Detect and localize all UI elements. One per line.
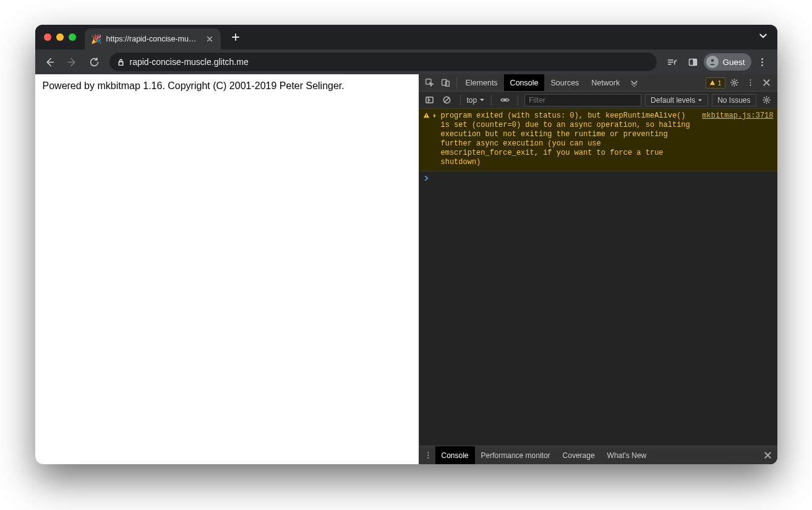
- svg-point-3: [761, 58, 763, 60]
- console-toolbar: top Default levels No Issues: [419, 92, 777, 109]
- console-sidebar-toggle-icon[interactable]: [423, 93, 437, 107]
- more-tabs-icon[interactable]: [626, 75, 642, 91]
- drawer-menu-icon[interactable]: [422, 449, 435, 462]
- drawer-close-icon[interactable]: [761, 449, 775, 462]
- tab-network[interactable]: Network: [585, 74, 626, 91]
- console-settings-icon[interactable]: [760, 93, 774, 107]
- console-filter-input[interactable]: [524, 94, 641, 106]
- svg-rect-18: [425, 116, 426, 117]
- devtools-panel: Elements Console Sources Network 1: [419, 74, 777, 464]
- warning-icon: [423, 112, 430, 121]
- tab-sources[interactable]: Sources: [544, 74, 585, 91]
- forward-button[interactable]: [62, 52, 82, 72]
- svg-point-4: [761, 61, 763, 63]
- devtools-drawer: Console Performance monitor Coverage Wha…: [419, 446, 777, 464]
- warning-count-badge[interactable]: 1: [706, 77, 725, 89]
- page-viewport: Powered by mkbitmap 1.16. Copyright (C) …: [35, 74, 419, 464]
- context-label: top: [467, 96, 477, 105]
- reload-button[interactable]: [85, 52, 105, 72]
- address-bar[interactable]: rapid-concise-muscle.glitch.me: [109, 53, 657, 71]
- profile-label: Guest: [722, 58, 745, 67]
- panel-toggle-icon[interactable]: [683, 52, 703, 72]
- svg-rect-1: [694, 59, 696, 64]
- context-selector[interactable]: top: [467, 96, 485, 105]
- svg-point-11: [750, 82, 751, 83]
- inspect-element-icon[interactable]: [422, 75, 438, 91]
- devtools-settings-icon[interactable]: [727, 75, 743, 91]
- browser-tab[interactable]: 🎉 https://rapid-concise-muscle.g: [85, 28, 221, 50]
- drawer-tab-whats-new[interactable]: What's New: [601, 446, 653, 464]
- media-controls-icon[interactable]: [662, 52, 682, 72]
- console-message-text: program exited (with status: 0), but kee…: [441, 111, 694, 167]
- svg-point-20: [427, 454, 429, 456]
- expand-icon[interactable]: [432, 112, 437, 121]
- console-message-source[interactable]: mkbitmap.js:3718: [697, 111, 773, 167]
- profile-button[interactable]: Guest: [704, 53, 751, 71]
- new-tab-button[interactable]: [227, 28, 244, 46]
- console-output[interactable]: program exited (with status: 0), but kee…: [419, 109, 777, 446]
- browser-menu-button[interactable]: [753, 52, 772, 72]
- drawer-tab-performance-monitor[interactable]: Performance monitor: [475, 446, 557, 464]
- drawer-tab-console[interactable]: Console: [435, 446, 475, 464]
- tab-favicon-icon: 🎉: [91, 34, 101, 44]
- svg-point-10: [750, 79, 751, 80]
- svg-rect-17: [425, 115, 426, 116]
- tab-search-button[interactable]: [759, 32, 767, 43]
- issues-label: No Issues: [717, 96, 750, 105]
- warning-count: 1: [717, 79, 721, 87]
- log-levels-selector[interactable]: Default levels: [645, 94, 708, 106]
- svg-point-5: [761, 64, 763, 66]
- live-expression-icon[interactable]: [498, 93, 511, 107]
- drawer-tab-coverage[interactable]: Coverage: [557, 446, 601, 464]
- content-area: Powered by mkbitmap 1.16. Copyright (C) …: [35, 74, 777, 464]
- svg-point-19: [427, 452, 429, 453]
- avatar-icon: [706, 56, 719, 68]
- svg-point-12: [750, 85, 751, 86]
- page-text: Powered by mkbitmap 1.16. Copyright (C) …: [43, 80, 411, 92]
- tab-console[interactable]: Console: [504, 74, 545, 91]
- toolbar: rapid-concise-muscle.glitch.me Guest: [35, 50, 777, 74]
- device-toolbar-icon[interactable]: [438, 75, 454, 91]
- svg-point-9: [733, 82, 736, 84]
- clear-console-icon[interactable]: [440, 93, 454, 107]
- devtools-tabstrip: Elements Console Sources Network 1: [419, 74, 777, 92]
- lock-icon: [117, 58, 125, 66]
- back-button[interactable]: [40, 52, 60, 72]
- tab-close-button[interactable]: [205, 34, 215, 44]
- log-levels-label: Default levels: [651, 96, 695, 105]
- svg-point-21: [427, 457, 429, 459]
- tab-title: https://rapid-concise-muscle.g: [106, 35, 200, 43]
- issues-button[interactable]: No Issues: [712, 94, 756, 106]
- titlebar: 🎉 https://rapid-concise-muscle.g: [35, 25, 777, 50]
- close-window-button[interactable]: [44, 33, 51, 41]
- browser-window: 🎉 https://rapid-concise-muscle.g: [35, 25, 777, 464]
- svg-point-16: [766, 99, 768, 102]
- console-message[interactable]: program exited (with status: 0), but kee…: [419, 109, 777, 171]
- window-controls: [40, 33, 85, 41]
- devtools-menu-icon[interactable]: [743, 75, 759, 91]
- devtools-close-icon[interactable]: [759, 75, 775, 91]
- minimize-window-button[interactable]: [56, 33, 64, 41]
- tab-elements[interactable]: Elements: [459, 74, 504, 91]
- fullscreen-window-button[interactable]: [69, 33, 76, 41]
- console-input[interactable]: [433, 174, 772, 183]
- svg-point-2: [711, 59, 714, 63]
- url-text: rapid-concise-muscle.glitch.me: [130, 57, 650, 67]
- console-prompt[interactable]: [419, 171, 777, 185]
